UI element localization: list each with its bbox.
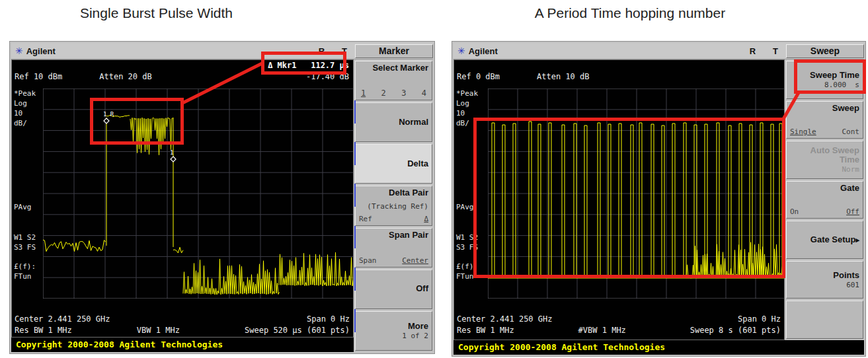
atten-label: Atten 20 dB: [99, 72, 151, 81]
left-graticule: 1 R1: [43, 89, 354, 299]
side-label-4: PAvg: [456, 203, 474, 211]
remote-indicator: R: [319, 46, 325, 56]
softkey-label: Off: [416, 284, 428, 294]
side-label-2: 10: [456, 109, 465, 118]
softkey-more[interactable]: More1 of 2: [355, 311, 432, 351]
softkey-off[interactable]: Off: [355, 269, 432, 309]
left-trace-plot: 1 R1: [43, 89, 354, 299]
softkey-label: Delta Pair: [389, 188, 428, 198]
right-copyright-bar: Copyright 2000-2008 Agilent Technologies: [454, 340, 864, 355]
right-softkeys: Sweep Time8.000 sSweepSingleContAuto Swe…: [785, 59, 864, 340]
right-display: Ref 0 dBm Atten 10 dB *PeakLog10dB/PAvgW…: [454, 59, 785, 340]
softkey-delta[interactable]: Delta: [355, 144, 432, 184]
marker-readout: Δ Mkr1 112.7 µs: [268, 61, 349, 70]
softkey-gate-setup[interactable]: Gate Setup▸: [786, 221, 863, 259]
talk-indicator: T: [342, 46, 347, 56]
marker-amplitude-readout: -17.40 dB: [306, 72, 349, 81]
side-label-3: dB/: [456, 119, 469, 127]
left-copyright-bar: Copyright 2000-2008 Agilent Technologies: [11, 338, 354, 352]
left-header: ✳ Agilent R T Marker: [11, 43, 433, 59]
softkey-value: 601: [846, 281, 859, 289]
menu-title-sweep: Sweep: [786, 44, 864, 58]
vbw-label: VBW 1 MHz: [137, 326, 180, 335]
softkey-sweep-time[interactable]: Sweep Time8.000 s: [786, 61, 863, 99]
softkey-span-pair[interactable]: Span PairSpanCenter: [355, 228, 432, 268]
softkey-normal[interactable]: Normal: [355, 102, 432, 142]
vbw-label: #VBW 1 MHz: [578, 326, 626, 335]
option-1[interactable]: 1: [361, 89, 366, 98]
toggle-right[interactable]: Cont: [842, 127, 860, 136]
right-graticule: [488, 89, 785, 299]
ref-level-label: Ref 10 dBm: [15, 72, 62, 81]
option-3[interactable]: 3: [401, 89, 406, 98]
side-label-3: dB/: [14, 119, 27, 127]
softkey-label: Delta: [407, 159, 428, 169]
right-bw-line: Res BW 1 MHz #VBW 1 MHz Sweep 8 s (601 p…: [457, 326, 781, 335]
option-4[interactable]: 4: [422, 89, 426, 98]
span-label: Span 0 Hz: [307, 314, 350, 324]
softkey-gate[interactable]: GateOnOff: [786, 181, 863, 219]
side-label-5: W1 S2: [14, 233, 36, 242]
toggle-left[interactable]: Single: [790, 127, 816, 136]
softkey-toggle: SingleCont: [790, 127, 859, 136]
toggle-left[interactable]: Ref: [359, 215, 372, 223]
side-label-7: £(f):: [456, 262, 478, 271]
side-label-6: S3 FS: [14, 243, 36, 252]
menu-title-marker: Marker: [355, 44, 433, 58]
sweep-label: Sweep 520 µs (601 pts): [245, 326, 350, 335]
softkey-label: Gate: [840, 184, 859, 194]
page: Single Burst Pulse Width A Period Time h…: [0, 0, 868, 358]
toggle-left[interactable]: On: [790, 207, 799, 216]
softkey-auto-sweep-time[interactable]: Auto Sweep TimeNorm: [786, 141, 863, 179]
left-analyzer-screen: ✳ Agilent R T Marker Δ Mkr1 112.7 µs Ref…: [9, 41, 435, 354]
brand-label: Agilent: [26, 46, 56, 56]
side-label-4: PAvg: [14, 203, 32, 211]
side-label-1: Log: [14, 99, 27, 108]
agilent-logo-icon: ✳: [15, 46, 23, 55]
ref-atten-line: Ref 0 dBm Atten 10 dB: [457, 72, 780, 81]
span-label: Span 0 Hz: [738, 314, 781, 324]
softkey-toggle: RefΔ: [359, 215, 428, 223]
softkey-value: Norm: [842, 165, 860, 174]
softkey-value: (Tracking Ref): [367, 202, 428, 211]
softkey-sweep[interactable]: SweepSingleCont: [786, 101, 863, 139]
option-2[interactable]: 2: [381, 89, 386, 98]
right-trace-plot: [488, 89, 785, 299]
softkey-label: Select Marker: [372, 63, 428, 73]
side-label-5: W1 S2: [456, 233, 478, 242]
side-label-0: *Peak: [14, 89, 36, 98]
side-label-7: £(f):: [14, 262, 36, 271]
softkey-select-marker[interactable]: Select Marker1234: [355, 61, 432, 100]
toggle-left[interactable]: Span: [359, 256, 377, 265]
ref-atten-line: Ref 10 dBm Atten 20 dB -17.40 dB: [15, 72, 349, 81]
left-display: Δ Mkr1 112.7 µs Ref 10 dBm Atten 20 dB -…: [11, 59, 354, 338]
toggle-right[interactable]: Δ: [424, 215, 428, 223]
toggle-right[interactable]: Center: [402, 256, 428, 265]
side-label-2: 10: [14, 109, 22, 118]
agilent-logo-icon: ✳: [457, 46, 465, 55]
softkey-delta-pair[interactable]: Delta Pair(Tracking Ref)RefΔ: [355, 186, 432, 225]
softkey-label: Sweep: [832, 104, 859, 114]
svg-text:1 R: 1 R: [103, 111, 114, 118]
right-header: ✳ Agilent R T Sweep: [454, 43, 864, 59]
submenu-arrow-icon: ▸: [855, 236, 859, 244]
toggle-right[interactable]: Off: [846, 207, 859, 216]
softkey-label: Points: [833, 271, 859, 281]
sweep-label: Sweep 8 s (601 pts): [690, 326, 781, 335]
remote-indicator: R: [750, 46, 756, 56]
brand-label: Agilent: [469, 46, 498, 56]
left-softkeys: Select Marker1234NormalDeltaDelta Pair(T…: [354, 59, 433, 352]
talk-indicator: T: [773, 46, 778, 56]
side-label-6: S3 FS: [456, 243, 478, 252]
left-caption: Single Burst Pulse Width: [9, 5, 303, 21]
left-freq-line: Center 2.441 250 GHz Span 0 Hz: [15, 314, 350, 324]
softkey-label: More: [408, 322, 428, 332]
right-analyzer-screen: ✳ Agilent R T Sweep Ref 0 dBm Atten 10 d…: [452, 41, 866, 357]
right-freq-line: Center 2.441 250 GHz Span 0 Hz: [457, 314, 781, 324]
softkey-label: Sweep Time: [810, 71, 859, 81]
softkey-points[interactable]: Points601: [786, 261, 863, 299]
side-label-8: FTun: [14, 272, 32, 281]
softkey-label: Auto Sweep Time: [790, 146, 859, 166]
softkey-label: Normal: [399, 118, 428, 127]
softkey-value: 8.000 s: [824, 81, 859, 89]
